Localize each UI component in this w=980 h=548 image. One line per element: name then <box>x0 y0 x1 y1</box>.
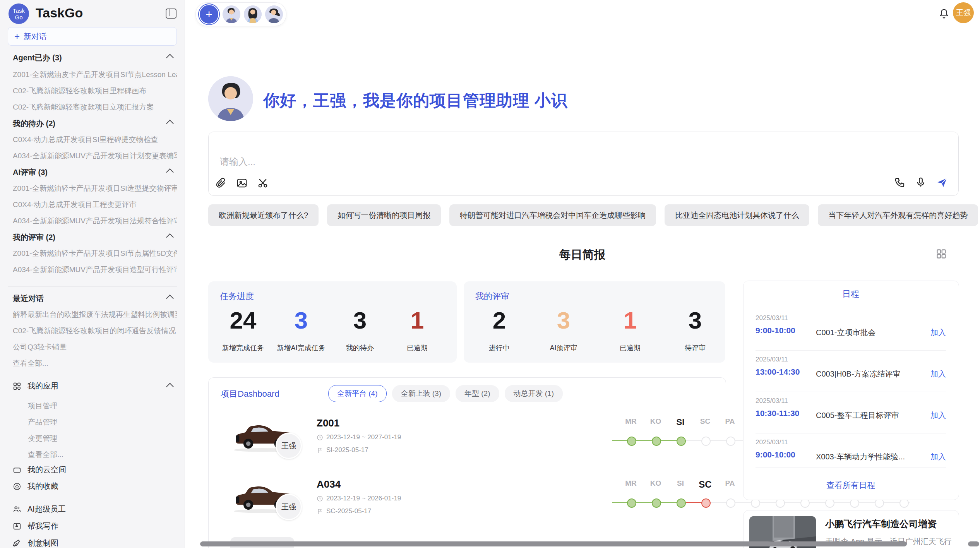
write-helper-label: 帮我写作 <box>27 521 58 531</box>
user-avatar[interactable]: 王强 <box>953 2 974 23</box>
flag-text: SI-2025-05-17 <box>326 446 368 454</box>
apps-view-all[interactable]: 查看全部... <box>28 450 63 460</box>
stat: 1 已逾期 <box>620 308 641 353</box>
milestone-dot <box>726 437 735 446</box>
my-apps-label: 我的应用 <box>27 381 58 391</box>
apps-grid-icon <box>13 382 21 390</box>
avatar[interactable] <box>223 5 240 23</box>
assistant-avatar <box>208 76 253 121</box>
plus-icon: + <box>14 31 20 42</box>
image-icon[interactable] <box>236 177 248 189</box>
microphone-icon[interactable] <box>915 176 927 188</box>
list-item[interactable]: C02-飞腾新能源轻客改款项目的闭环通告反馈情况 <box>13 326 177 336</box>
new-chat-button[interactable]: + 新对话 <box>8 27 177 46</box>
stat-value: 3 <box>685 308 706 332</box>
stat-value: 24 <box>222 308 264 332</box>
app-title: TaskGo <box>36 5 83 21</box>
schedule-date: 2025/03/11 <box>756 314 795 322</box>
list-item[interactable]: A034-全新新能源MUV产品开发项目造型可行性评审 <box>13 265 177 275</box>
suggestion-chip[interactable]: 欧洲新规最近颁布了什么? <box>208 204 319 226</box>
tab-platform[interactable]: 全新平台 (4) <box>328 385 387 402</box>
section-agent-done[interactable]: Agent已办 (3) <box>13 53 175 63</box>
join-link[interactable]: 加入 <box>930 369 946 379</box>
sidebar-collapse-icon[interactable] <box>166 9 176 19</box>
project-code[interactable]: Z001 <box>317 417 339 429</box>
pen-nib-icon <box>13 539 21 548</box>
sidebar-item-creative-draw[interactable]: 创意制图 <box>13 538 58 548</box>
sidebar-item-my-apps[interactable]: 我的应用 <box>13 381 58 391</box>
chat-input-box[interactable] <box>208 132 959 196</box>
tab-powertrain[interactable]: 动总开发 (1) <box>505 385 563 402</box>
milestone-label: KO <box>650 479 661 488</box>
section-my-todo[interactable]: 我的待办 (2) <box>13 118 175 129</box>
section-my-review[interactable]: 我的评审 (2) <box>13 232 175 243</box>
list-item[interactable]: C02-飞腾新能源轻客改款项目里程碑画布 <box>13 86 177 96</box>
notifications-bell-icon[interactable] <box>939 8 949 19</box>
divider <box>756 392 946 392</box>
sidebar-item-cloud-space[interactable]: 我的云空间 <box>13 464 66 475</box>
recent-view-all[interactable]: 查看全部... <box>13 358 177 368</box>
milestone-dot <box>701 498 711 508</box>
ai-staff-label: AI超级员工 <box>27 504 66 514</box>
list-item[interactable]: Z001-全新燃油皮卡产品开发项目SI节点Lesson Learn报告 <box>13 70 177 80</box>
milestone: PA <box>718 479 742 510</box>
schedule-title: 日程 <box>743 288 958 300</box>
divider <box>8 286 177 287</box>
section-ai-review[interactable]: AI评审 (3) <box>13 167 175 178</box>
tab-year-model[interactable]: 年型 (2) <box>456 385 499 402</box>
scrollbar-corner[interactable] <box>968 541 979 546</box>
list-item[interactable]: C0X4-动力总成开发项目SI里程碑提交物检查 <box>13 135 177 145</box>
sidebar-item-change-mgmt[interactable]: 变更管理 <box>28 433 57 444</box>
section-recent-chats[interactable]: 最近对话 <box>13 293 175 304</box>
view-all-schedule-link[interactable]: 查看所有日程 <box>743 480 958 491</box>
sidebar-item-project-mgmt[interactable]: 项目管理 <box>28 401 57 411</box>
schedule-item[interactable]: 2025/03/11 10:30-11:30 <box>756 397 799 418</box>
avatar[interactable] <box>265 5 283 23</box>
list-item[interactable]: C02-飞腾新能源轻客改款项目立项汇报方案 <box>13 102 177 112</box>
schedule-item[interactable]: 2025/03/11 9:00-10:00 <box>756 314 795 335</box>
phone-icon[interactable] <box>894 176 906 188</box>
list-item[interactable]: A034-全新新能源MUV产品开发项目计划变更表编写 <box>13 151 177 161</box>
milestone-dot <box>701 437 711 446</box>
suggestion-chip[interactable]: 特朗普可能对进口汽车增税会对中国车企造成哪些影响 <box>449 204 656 226</box>
list-item[interactable]: A034-全新新能源MUV产品开发项目法规符合性评审 <box>13 216 177 226</box>
join-link[interactable]: 加入 <box>930 410 946 421</box>
project-owner-badge: 王强 <box>276 494 302 520</box>
stat-value: 3 <box>346 308 374 332</box>
sidebar-item-product-mgmt[interactable]: 产品管理 <box>28 417 57 427</box>
sidebar-item-ai-staff[interactable]: AI超级员工 <box>13 504 66 514</box>
list-item[interactable]: Z001-全新燃油轻卡产品开发项目SI节点属性5D文件评审 <box>13 248 177 259</box>
schedule-item[interactable]: 2025/03/11 9:00-10:00 <box>756 438 795 459</box>
stat-label: 新增AI完成任务 <box>277 343 325 353</box>
flag-icon <box>317 508 323 515</box>
schedule-item[interactable]: 2025/03/11 13:00-14:30 <box>756 356 800 377</box>
chevron-up-icon[interactable] <box>166 383 174 390</box>
avatar[interactable] <box>244 5 262 23</box>
suggestion-chip[interactable]: 当下年轻人对汽车外观有怎样的喜好趋势 <box>818 204 978 226</box>
suggestion-chip[interactable]: 比亚迪全固态电池计划具体说了什么 <box>665 204 809 226</box>
dashboard-tabs: 全新平台 (4) 全新上装 (3) 年型 (2) 动总开发 (1) <box>328 385 563 402</box>
scissors-icon[interactable] <box>257 177 269 189</box>
paperclip-icon[interactable] <box>215 177 227 189</box>
layout-toggle-icon[interactable] <box>936 248 947 259</box>
divider <box>756 468 946 468</box>
my-review-card: 我的评审 2 进行中 3 AI预评审 1 已逾期 3 待评审 <box>464 281 725 363</box>
sidebar-item-favorites[interactable]: 我的收藏 <box>13 481 58 491</box>
schedule-event-title: C001-立项审批会 <box>816 327 875 338</box>
join-link[interactable]: 加入 <box>930 327 946 338</box>
suggestion-chip[interactable]: 如何写一份清晰的项目周报 <box>327 204 441 226</box>
stat-label: 已逾期 <box>620 343 641 353</box>
sidebar-item-write-helper[interactable]: 帮我写作 <box>13 521 58 531</box>
send-icon[interactable] <box>936 176 947 188</box>
list-item[interactable]: 解释最新出台的欧盟报废车法规再生塑料比例被调至15%... <box>13 310 177 320</box>
project-code[interactable]: A034 <box>317 478 341 490</box>
horizontal-scrollbar[interactable] <box>200 541 907 546</box>
milestone: PA <box>718 417 742 448</box>
join-link[interactable]: 加入 <box>930 452 946 462</box>
list-item[interactable]: Z001-全新燃油轻卡产品开发项目SI造型提交物评审 <box>13 183 177 194</box>
list-item[interactable]: 公司Q3轻卡销量 <box>13 342 177 352</box>
add-conversation-button[interactable]: + <box>199 4 219 24</box>
tab-upfit[interactable]: 全新上装 (3) <box>392 385 451 402</box>
list-item[interactable]: C0X4-动力总成开发项目工程变更评审 <box>13 200 177 210</box>
news-title[interactable]: 小鹏飞行汽车制造公司增资 <box>825 518 953 530</box>
